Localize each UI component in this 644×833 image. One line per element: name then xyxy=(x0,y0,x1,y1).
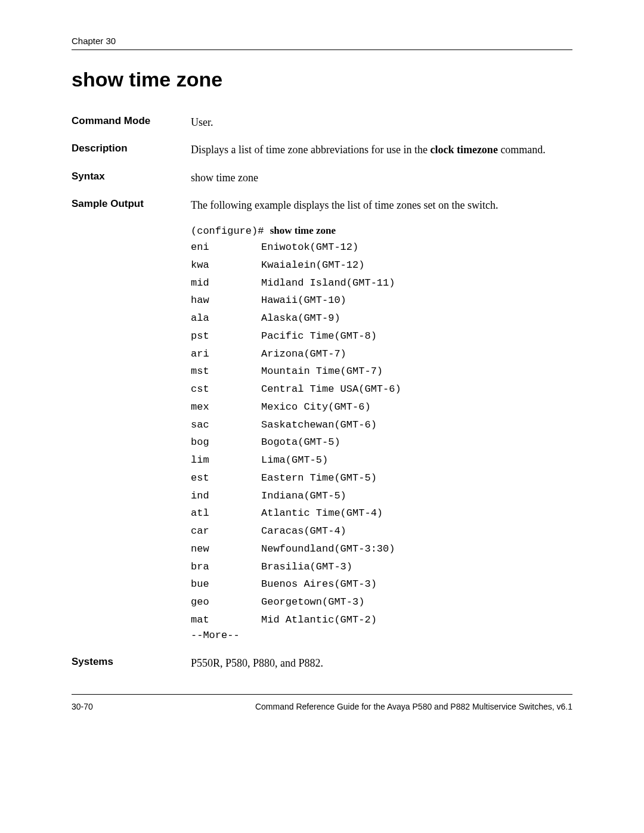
timezone-desc: Bogota(GMT-5) xyxy=(261,433,572,451)
timezone-desc: Caracas(GMT-4) xyxy=(261,522,572,540)
timezone-row: cstCentral Time USA(GMT-6) xyxy=(191,380,572,398)
timezone-abbr: mst xyxy=(191,363,261,380)
systems-value: P550R, P580, P880, and P882. xyxy=(191,656,572,670)
timezone-desc: Mid Atlantic(GMT-2) xyxy=(261,611,572,629)
timezone-row: limLima(GMT-5) xyxy=(191,451,572,469)
timezone-abbr: bra xyxy=(191,558,261,576)
timezone-desc: Alaska(GMT-9) xyxy=(261,309,572,327)
sample-command: show time zone xyxy=(270,225,336,236)
timezone-abbr: eni xyxy=(191,239,261,256)
page-container: Chapter 30 show time zone Command Mode U… xyxy=(0,0,644,741)
timezone-row: newNewfoundland(GMT-3:30) xyxy=(191,540,572,558)
timezone-abbr: haw xyxy=(191,292,261,309)
timezone-row: matMid Atlantic(GMT-2) xyxy=(191,611,572,629)
sample-output-intro: The following example displays the list … xyxy=(191,198,572,212)
command-mode-value: User. xyxy=(191,115,572,129)
description-row: Description Displays a list of time zone… xyxy=(72,143,572,157)
page-title: show time zone xyxy=(72,68,572,91)
timezone-abbr: atl xyxy=(191,504,261,522)
timezone-abbr: bue xyxy=(191,575,261,593)
timezone-desc: Mexico City(GMT-6) xyxy=(261,398,572,416)
description-text-pre: Displays a list of time zone abbreviatio… xyxy=(191,144,430,156)
timezone-abbr: cst xyxy=(191,380,261,398)
description-value: Displays a list of time zone abbreviatio… xyxy=(191,143,572,157)
timezone-row: eniEniwotok(GMT-12) xyxy=(191,239,572,256)
timezone-desc: Newfoundland(GMT-3:30) xyxy=(261,540,572,558)
timezone-row: ariArizona(GMT-7) xyxy=(191,345,572,363)
description-label: Description xyxy=(72,143,191,154)
sample-prompt-line: (configure)# show time zone xyxy=(191,224,572,239)
sample-prompt: (configure)# xyxy=(191,225,270,237)
timezone-abbr: ind xyxy=(191,487,261,505)
command-mode-label: Command Mode xyxy=(72,115,191,127)
timezone-row: bueBuenos Aires(GMT-3) xyxy=(191,575,572,593)
timezone-row: indIndiana(GMT-5) xyxy=(191,487,572,505)
timezone-row: mstMountain Time(GMT-7) xyxy=(191,363,572,380)
timezone-abbr: sac xyxy=(191,416,261,434)
syntax-row: Syntax show time zone xyxy=(72,171,572,185)
timezone-row: mexMexico City(GMT-6) xyxy=(191,398,572,416)
timezone-desc: Eniwotok(GMT-12) xyxy=(261,239,572,256)
timezone-row: geoGeorgetown(GMT-3) xyxy=(191,593,572,611)
timezone-row: estEastern Time(GMT-5) xyxy=(191,469,572,487)
timezone-abbr: pst xyxy=(191,327,261,345)
timezone-desc: Brasilia(GMT-3) xyxy=(261,558,572,576)
timezone-desc: Georgetown(GMT-3) xyxy=(261,593,572,611)
timezone-row: kwaKwaialein(GMT-12) xyxy=(191,256,572,274)
timezone-desc: Mountain Time(GMT-7) xyxy=(261,363,572,380)
timezone-abbr: car xyxy=(191,522,261,540)
sample-output-row: Sample Output The following example disp… xyxy=(72,198,572,643)
timezone-desc: Central Time USA(GMT-6) xyxy=(261,380,572,398)
timezone-abbr: mat xyxy=(191,611,261,629)
command-mode-row: Command Mode User. xyxy=(72,115,572,129)
timezone-abbr: lim xyxy=(191,451,261,469)
timezone-desc: Buenos Aires(GMT-3) xyxy=(261,575,572,593)
timezone-abbr: mex xyxy=(191,398,261,416)
systems-label: Systems xyxy=(72,656,191,668)
footer-page-number: 30-70 xyxy=(72,702,93,711)
description-text-post: command. xyxy=(498,144,546,156)
timezone-desc: Atlantic Time(GMT-4) xyxy=(261,504,572,522)
timezone-row: atlAtlantic Time(GMT-4) xyxy=(191,504,572,522)
timezone-row: braBrasilia(GMT-3) xyxy=(191,558,572,576)
timezone-desc: Indiana(GMT-5) xyxy=(261,487,572,505)
timezone-desc: Saskatchewan(GMT-6) xyxy=(261,416,572,434)
timezone-desc: Midland Island(GMT-11) xyxy=(261,274,572,292)
more-indicator: --More-- xyxy=(191,629,572,643)
description-text-bold: clock timezone xyxy=(430,144,497,156)
syntax-value: show time zone xyxy=(191,171,572,185)
timezone-abbr: mid xyxy=(191,274,261,292)
timezone-row: carCaracas(GMT-4) xyxy=(191,522,572,540)
page-footer: 30-70 Command Reference Guide for the Av… xyxy=(72,702,572,711)
timezone-desc: Hawaii(GMT-10) xyxy=(261,292,572,309)
systems-row: Systems P550R, P580, P880, and P882. xyxy=(72,656,572,670)
timezone-desc: Lima(GMT-5) xyxy=(261,451,572,469)
syntax-label: Syntax xyxy=(72,171,191,182)
timezone-row: midMidland Island(GMT-11) xyxy=(191,274,572,292)
chapter-label: Chapter 30 xyxy=(72,36,572,46)
timezone-abbr: geo xyxy=(191,593,261,611)
timezone-row: pstPacific Time(GMT-8) xyxy=(191,327,572,345)
timezone-row: sacSaskatchewan(GMT-6) xyxy=(191,416,572,434)
sample-output-block: (configure)# show time zone eniEniwotok(… xyxy=(191,224,572,642)
top-rule xyxy=(72,49,572,50)
timezone-row: bogBogota(GMT-5) xyxy=(191,433,572,451)
timezone-abbr: kwa xyxy=(191,256,261,274)
footer-doc-title: Command Reference Guide for the Avaya P5… xyxy=(255,702,572,711)
timezone-list: eniEniwotok(GMT-12)kwaKwaialein(GMT-12)m… xyxy=(191,239,572,629)
timezone-desc: Eastern Time(GMT-5) xyxy=(261,469,572,487)
timezone-abbr: ari xyxy=(191,345,261,363)
timezone-abbr: est xyxy=(191,469,261,487)
timezone-row: alaAlaska(GMT-9) xyxy=(191,309,572,327)
timezone-row: hawHawaii(GMT-10) xyxy=(191,292,572,309)
timezone-desc: Pacific Time(GMT-8) xyxy=(261,327,572,345)
timezone-desc: Kwaialein(GMT-12) xyxy=(261,256,572,274)
timezone-abbr: new xyxy=(191,540,261,558)
sample-output-label: Sample Output xyxy=(72,198,191,210)
timezone-abbr: bog xyxy=(191,433,261,451)
timezone-desc: Arizona(GMT-7) xyxy=(261,345,572,363)
bottom-rule xyxy=(72,694,572,695)
timezone-abbr: ala xyxy=(191,309,261,327)
